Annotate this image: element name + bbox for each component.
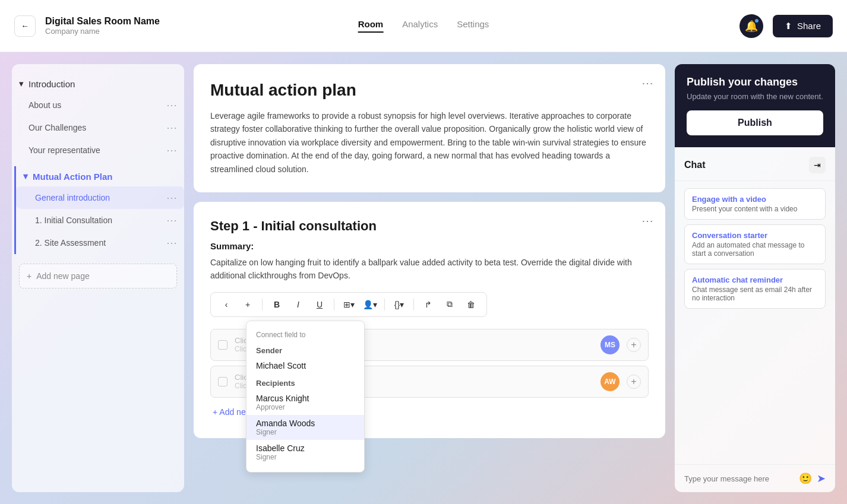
toolbar-underline-btn[interactable]: U bbox=[310, 296, 329, 313]
delete-icon: 🗑 bbox=[467, 300, 475, 309]
toolbar-delete-btn[interactable]: 🗑 bbox=[462, 296, 481, 313]
form-row-plus-0[interactable]: + bbox=[627, 338, 641, 352]
avatar-ms: MS bbox=[601, 335, 620, 354]
sidebar-group-label-introduction: Introduction bbox=[29, 79, 75, 89]
sidebar-item-label-general-intro: General introduction bbox=[35, 193, 110, 202]
card-menu-step1[interactable] bbox=[641, 214, 653, 228]
sidebar-item-site-assessment[interactable]: 2. Site Assessment bbox=[16, 232, 184, 254]
add-page-label: Add new page bbox=[36, 271, 90, 281]
notification-button[interactable]: 🔔 bbox=[739, 14, 763, 38]
toolbar-code-btn[interactable]: {}▾ bbox=[390, 296, 409, 313]
item-menu-about-us[interactable] bbox=[166, 99, 177, 112]
sidebar-item-general-intro[interactable]: General introduction bbox=[16, 186, 184, 209]
dropdown-recipient-0[interactable]: Marcus Knight Approver bbox=[246, 390, 364, 415]
dropdown-recipient-role-1: Signer bbox=[256, 428, 355, 436]
send-icon[interactable]: ➤ bbox=[817, 472, 826, 485]
sidebar-item-about-us[interactable]: About us bbox=[12, 94, 184, 116]
step1-card: Step 1 - Initial consultation Summary: C… bbox=[194, 202, 665, 438]
share-icon: ⬆ bbox=[785, 21, 792, 31]
form-checkbox-0[interactable] bbox=[218, 340, 227, 350]
expand-icon: ⇥ bbox=[814, 160, 821, 170]
chat-input[interactable] bbox=[684, 474, 794, 483]
toolbar-field-btn[interactable]: ⊞▾ bbox=[339, 296, 358, 313]
tab-room[interactable]: Room bbox=[358, 19, 384, 33]
tab-analytics[interactable]: Analytics bbox=[402, 19, 438, 33]
avatar-aw: AW bbox=[601, 372, 620, 391]
sidebar-item-your-representative[interactable]: Your representative bbox=[12, 139, 184, 161]
main-layout: Introduction About us Our Challenges You… bbox=[0, 52, 847, 504]
toolbar-italic-btn[interactable]: I bbox=[289, 296, 308, 313]
nav-right: 🔔 ⬆ Share bbox=[739, 14, 833, 38]
sidebar-group-introduction[interactable]: Introduction bbox=[12, 74, 184, 94]
suggestion-desc-0: Present your content with a video bbox=[692, 205, 818, 213]
back-button[interactable]: ← bbox=[14, 15, 36, 37]
dropdown-sender[interactable]: Michael Scott bbox=[246, 357, 364, 374]
dropdown-sender-name: Michael Scott bbox=[256, 361, 355, 370]
dropdown-recipient-role-2: Signer bbox=[256, 453, 355, 461]
suggestion-title-0: Engage with a video bbox=[692, 195, 818, 204]
add-new-page-button[interactable]: + Add new page bbox=[19, 264, 177, 289]
chat-panel: Chat ⇥ Engage with a video Present your … bbox=[675, 147, 835, 492]
sidebar-group-introduction-items: About us Our Challenges Your representat… bbox=[12, 94, 184, 161]
sidebar-group-mutual-action[interactable]: Mutual Action Plan bbox=[16, 166, 184, 186]
dropdown-recipient-1[interactable]: Amanda Woods Signer bbox=[246, 415, 364, 440]
toolbar-bold-btn[interactable]: B bbox=[267, 296, 286, 313]
mutual-action-title: Mutual action plan bbox=[210, 81, 649, 100]
card-menu-mutual[interactable] bbox=[641, 76, 653, 90]
right-panel: Publish your changes Update your room wi… bbox=[675, 64, 835, 492]
sidebar-item-initial-consultation[interactable]: 1. Initial Consultation bbox=[16, 209, 184, 232]
notification-dot bbox=[754, 18, 760, 24]
dropdown-recipient-2[interactable]: Isabelle Cruz Signer bbox=[246, 440, 364, 465]
chevron-down-icon bbox=[19, 78, 24, 89]
chat-header: Chat ⇥ bbox=[675, 147, 835, 181]
item-menu-general-intro[interactable] bbox=[166, 191, 177, 204]
item-menu-your-representative[interactable] bbox=[166, 144, 177, 157]
toolbar-user-btn[interactable]: 👤▾ bbox=[361, 296, 380, 313]
plus-icon: + bbox=[27, 271, 31, 281]
toolbar-plus-btn[interactable]: + bbox=[238, 296, 257, 313]
editor-toolbar: ‹ + B I U ⊞▾ 👤▾ {}▾ bbox=[210, 292, 487, 317]
chat-input-area: 🙂 ➤ bbox=[675, 464, 835, 492]
toolbar-container: ‹ + B I U ⊞▾ 👤▾ {}▾ bbox=[210, 292, 649, 317]
summary-label: Summary: bbox=[210, 241, 649, 251]
share-button[interactable]: ⬆ Share bbox=[773, 15, 833, 37]
sidebar-item-label-site-assessment: 2. Site Assessment bbox=[35, 238, 106, 248]
tab-settings[interactable]: Settings bbox=[457, 19, 489, 33]
chat-suggestion-1[interactable]: Conversation starter Add an automated ch… bbox=[684, 224, 826, 264]
room-name: Digital Sales Room Name bbox=[45, 16, 160, 27]
item-menu-initial-consultation[interactable] bbox=[166, 214, 177, 227]
chat-expand-button[interactable]: ⇥ bbox=[809, 157, 826, 173]
chat-suggestion-2[interactable]: Automatic chat reminder Chat message sen… bbox=[684, 269, 826, 309]
toolbar-back-btn[interactable]: ‹ bbox=[217, 296, 236, 313]
publish-button[interactable]: Publish bbox=[687, 110, 823, 135]
chevron-down-icon-mutual bbox=[23, 171, 28, 182]
toolbar-divider-3 bbox=[384, 299, 385, 310]
sidebar-group-mutual-items: General introduction 1. Initial Consulta… bbox=[16, 186, 184, 254]
suggestion-title-1: Conversation starter bbox=[692, 231, 818, 240]
room-info: Digital Sales Room Name Company name bbox=[45, 16, 160, 36]
publish-desc: Update your room with the new content. bbox=[687, 92, 823, 101]
sidebar-item-label-your-representative: Your representative bbox=[29, 145, 100, 155]
form-row-plus-1[interactable]: + bbox=[627, 375, 641, 389]
toolbar-arrow-btn[interactable]: ↱ bbox=[419, 296, 438, 313]
mutual-action-card: Mutual action plan Leverage agile framew… bbox=[194, 64, 665, 192]
form-checkbox-1[interactable] bbox=[218, 377, 227, 386]
toolbar-copy-btn[interactable]: ⧉ bbox=[440, 296, 459, 313]
item-menu-our-challenges[interactable] bbox=[166, 121, 177, 134]
chat-suggestion-0[interactable]: Engage with a video Present your content… bbox=[684, 188, 826, 220]
emoji-icon[interactable]: 🙂 bbox=[799, 472, 812, 485]
sidebar-group-label-mutual: Mutual Action Plan bbox=[33, 172, 112, 182]
sidebar-item-our-challenges[interactable]: Our Challenges bbox=[12, 116, 184, 139]
dropdown-sender-label: Sender bbox=[246, 341, 364, 357]
chat-body: Engage with a video Present your content… bbox=[675, 181, 835, 464]
dropdown-recipients-label: Recipients bbox=[246, 374, 364, 390]
user-icon: 👤▾ bbox=[363, 300, 377, 309]
item-menu-site-assessment[interactable] bbox=[166, 236, 177, 249]
field-icon: ⊞▾ bbox=[343, 300, 355, 309]
sidebar-item-label-initial-consultation: 1. Initial Consultation bbox=[35, 215, 112, 225]
summary-text: Capitalize on low hanging fruit to ident… bbox=[210, 256, 649, 283]
toolbar-divider-4 bbox=[413, 299, 414, 310]
suggestion-desc-1: Add an automated chat message to start a… bbox=[692, 241, 818, 258]
mutual-action-body: Leverage agile frameworks to provide a r… bbox=[210, 109, 649, 176]
toolbar-divider-1 bbox=[262, 299, 263, 310]
